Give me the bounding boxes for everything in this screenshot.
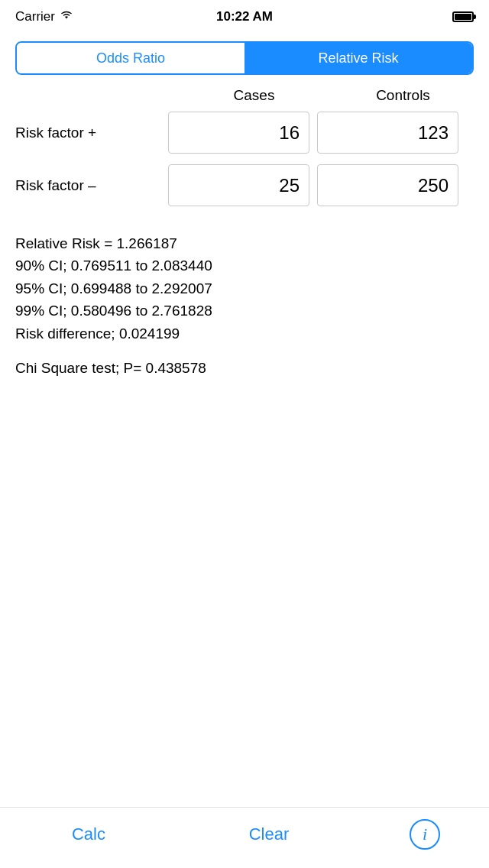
input-rows: Risk factor + Risk factor – bbox=[0, 112, 489, 206]
risk-factor-minus-label: Risk factor – bbox=[15, 177, 168, 194]
risk-factor-plus-inputs bbox=[168, 112, 474, 154]
result-line-6: Chi Square test; P= 0.438578 bbox=[15, 357, 474, 379]
risk-factor-minus-row: Risk factor – bbox=[15, 164, 474, 206]
result-line-3: 95% CI; 0.699488 to 2.292007 bbox=[15, 277, 474, 300]
segment-control[interactable]: Odds Ratio Relative Risk bbox=[15, 41, 474, 75]
info-button[interactable]: i bbox=[410, 819, 440, 850]
risk-factor-minus-controls-input[interactable] bbox=[317, 164, 458, 206]
risk-factor-minus-inputs bbox=[168, 164, 474, 206]
risk-factor-plus-row: Risk factor + bbox=[15, 112, 474, 154]
carrier-text: Carrier bbox=[15, 9, 55, 24]
column-headers: Cases Controls bbox=[0, 87, 489, 104]
result-line-5: Risk difference; 0.024199 bbox=[15, 322, 474, 345]
result-line-1: Relative Risk = 1.266187 bbox=[15, 232, 474, 254]
risk-factor-plus-cases-input[interactable] bbox=[168, 112, 309, 154]
battery-fill bbox=[455, 14, 471, 20]
segment-odds-ratio[interactable]: Odds Ratio bbox=[17, 43, 244, 73]
result-line-2: 90% CI; 0.769511 to 2.083440 bbox=[15, 254, 474, 277]
segment-relative-risk[interactable]: Relative Risk bbox=[244, 43, 472, 73]
bottom-toolbar: Calc Clear i bbox=[0, 807, 489, 868]
results-area: Relative Risk = 1.266187 90% CI; 0.76951… bbox=[0, 217, 489, 380]
risk-factor-plus-controls-input[interactable] bbox=[317, 112, 458, 154]
cases-header: Cases bbox=[183, 87, 325, 104]
result-line-4: 99% CI; 0.580496 to 2.761828 bbox=[15, 300, 474, 322]
battery-icon bbox=[452, 11, 474, 22]
risk-factor-plus-label: Risk factor + bbox=[15, 125, 168, 141]
status-bar: Carrier 10:22 AM bbox=[0, 0, 489, 34]
status-time: 10:22 AM bbox=[216, 9, 273, 24]
controls-header: Controls bbox=[332, 87, 474, 104]
wifi-icon bbox=[60, 9, 73, 24]
risk-factor-minus-cases-input[interactable] bbox=[168, 164, 309, 206]
carrier-label: Carrier bbox=[15, 9, 73, 24]
calc-button[interactable]: Calc bbox=[49, 817, 128, 852]
clear-button[interactable]: Clear bbox=[226, 817, 313, 852]
